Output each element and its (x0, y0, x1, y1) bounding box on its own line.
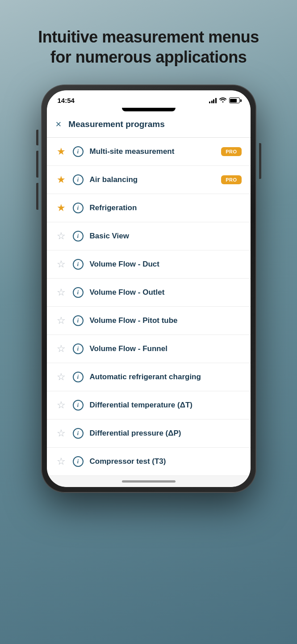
item-label: Compressor test (T3) (90, 457, 242, 466)
app-header: × Measurement programs (47, 113, 251, 138)
star-empty-icon[interactable]: ☆ (56, 371, 67, 383)
list-item[interactable]: ☆iVolume Flow - Outlet (47, 279, 251, 307)
notch-area (47, 108, 251, 113)
phone-inner: 14:54 (47, 90, 251, 487)
item-label: Volume Flow - Duct (90, 260, 242, 269)
status-icons (209, 97, 240, 104)
info-icon[interactable]: i (73, 343, 84, 354)
list-item[interactable]: ☆iVolume Flow - Pitot tube (47, 307, 251, 335)
pro-badge: PRO (221, 147, 241, 156)
close-button[interactable]: × (56, 119, 62, 130)
list-item[interactable]: ★iMulti-site measurementPRO (47, 138, 251, 166)
star-filled-icon[interactable]: ★ (56, 146, 67, 157)
item-label: Multi-site measurement (90, 147, 215, 156)
power-button (259, 143, 261, 179)
wifi-icon (219, 97, 226, 104)
info-icon[interactable]: i (73, 372, 84, 382)
side-buttons-left (36, 130, 38, 210)
item-label: Automatic refrigerant charging (90, 373, 242, 381)
star-empty-icon[interactable]: ☆ (56, 315, 67, 326)
side-buttons-right (259, 143, 261, 179)
list-item[interactable]: ☆iVolume Flow - Funnel (47, 335, 251, 363)
star-empty-icon[interactable]: ☆ (56, 287, 67, 298)
item-label: Basic View (90, 232, 242, 241)
item-label: Differential temperature (ΔT) (90, 401, 242, 410)
signal-icon (209, 98, 217, 103)
list-item[interactable]: ☆iCompressor test (T3) (47, 448, 251, 476)
star-empty-icon[interactable]: ☆ (56, 428, 67, 439)
info-icon[interactable]: i (73, 315, 84, 326)
info-icon[interactable]: i (73, 259, 84, 270)
list-item[interactable]: ☆iAutomatic refrigerant charging (47, 363, 251, 391)
page-headline: Intuitive measurement menus for numerous… (0, 0, 297, 80)
battery-icon (229, 97, 240, 103)
info-icon[interactable]: i (73, 146, 84, 157)
volume-up-button (36, 151, 38, 178)
status-time: 14:54 (58, 97, 75, 104)
menu-list: ★iMulti-site measurementPRO★iAir balanci… (47, 138, 251, 476)
item-label: Differential pressure (ΔP) (90, 429, 242, 438)
phone-mockup: 14:54 (42, 85, 256, 492)
info-icon[interactable]: i (73, 203, 84, 213)
phone-outer: 14:54 (42, 85, 256, 492)
volume-down-button (36, 183, 38, 210)
info-icon[interactable]: i (73, 456, 84, 467)
item-label: Refrigeration (90, 203, 242, 212)
list-item[interactable]: ★iAir balancingPRO (47, 166, 251, 194)
info-icon[interactable]: i (73, 287, 84, 298)
home-bar (122, 480, 176, 483)
phone-screen: 14:54 (47, 90, 251, 487)
star-empty-icon[interactable]: ☆ (56, 343, 67, 355)
star-empty-icon[interactable]: ☆ (56, 258, 67, 270)
item-label: Volume Flow - Pitot tube (90, 316, 242, 325)
list-item[interactable]: ☆iBasic View (47, 222, 251, 250)
status-bar: 14:54 (47, 90, 251, 108)
star-empty-icon[interactable]: ☆ (56, 230, 67, 242)
pro-badge: PRO (221, 175, 241, 184)
home-indicator (47, 476, 251, 487)
silent-button (36, 130, 38, 145)
info-icon[interactable]: i (73, 231, 84, 242)
star-empty-icon[interactable]: ☆ (56, 399, 67, 411)
notch (122, 108, 176, 111)
screen-title: Measurement programs (68, 119, 164, 129)
item-label: Volume Flow - Outlet (90, 288, 242, 297)
info-icon[interactable]: i (73, 428, 84, 439)
star-filled-icon[interactable]: ★ (56, 202, 67, 214)
star-empty-icon[interactable]: ☆ (56, 456, 67, 467)
item-label: Volume Flow - Funnel (90, 344, 242, 353)
list-item[interactable]: ☆iVolume Flow - Duct (47, 250, 251, 279)
list-item[interactable]: ☆iDifferential pressure (ΔP) (47, 419, 251, 448)
info-icon[interactable]: i (73, 400, 84, 411)
item-label: Air balancing (90, 175, 215, 184)
star-filled-icon[interactable]: ★ (56, 174, 67, 186)
list-item[interactable]: ☆iDifferential temperature (ΔT) (47, 391, 251, 419)
info-icon[interactable]: i (73, 174, 84, 185)
list-item[interactable]: ★iRefrigeration (47, 194, 251, 222)
